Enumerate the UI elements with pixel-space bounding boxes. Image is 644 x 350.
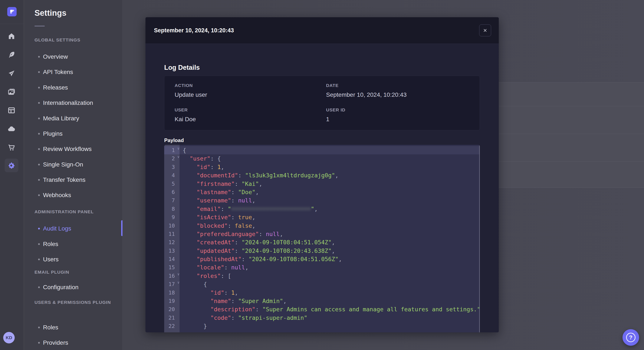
code-token: , bbox=[280, 231, 283, 237]
code-text: "id": 1, bbox=[180, 163, 224, 171]
code-token: , bbox=[335, 172, 338, 178]
sidebar-item-review-workflows[interactable]: Review Workflows bbox=[24, 146, 123, 153]
code-token: "publishedAt" bbox=[196, 256, 242, 262]
code-token: : bbox=[231, 189, 238, 195]
sidebar-item-transfer-tokens[interactable]: Transfer Tokens bbox=[24, 176, 123, 183]
nav-section-header-global-settings: GLOBAL SETTINGS bbox=[34, 37, 80, 42]
line-number-text: 8 bbox=[172, 206, 175, 212]
code-token: } bbox=[183, 323, 207, 329]
cloud-button[interactable] bbox=[5, 122, 18, 136]
bullet-icon bbox=[38, 133, 40, 135]
sidebar-item-media-library[interactable]: Media Library bbox=[24, 115, 123, 122]
user-avatar[interactable]: KD bbox=[3, 332, 15, 344]
line-number: 15 bbox=[164, 263, 180, 272]
code-token: : bbox=[231, 315, 238, 321]
code-token: , bbox=[221, 164, 224, 170]
line-number: 9 bbox=[164, 213, 180, 221]
sidebar-item-audit-logs[interactable]: Audit Logs bbox=[24, 225, 123, 232]
code-token: : bbox=[235, 239, 242, 246]
sidebar-item-api-tokens[interactable]: API Tokens bbox=[24, 69, 123, 75]
sidebar-item-configuration[interactable]: Configuration bbox=[24, 284, 123, 291]
sidebar-item-label: Roles bbox=[43, 241, 58, 247]
code-token bbox=[183, 315, 210, 321]
code-text: "id": 1, bbox=[180, 289, 238, 297]
fold-chevron-icon[interactable]: ∨ bbox=[178, 281, 180, 284]
line-number-text: 12 bbox=[168, 239, 175, 245]
code-text: "firstname": "Kai", bbox=[180, 180, 262, 188]
sidebar-item-roles[interactable]: Roles bbox=[24, 241, 123, 247]
line-number: 20 bbox=[164, 305, 180, 313]
code-text: "createdAt": "2024-09-10T08:04:51.054Z", bbox=[180, 238, 335, 246]
fold-chevron-icon[interactable]: ∨ bbox=[178, 272, 180, 276]
fold-chevron-icon[interactable]: ∨ bbox=[178, 155, 180, 159]
sidebar-item-single-sign-on[interactable]: Single Sign-On bbox=[24, 161, 123, 168]
sidebar-item-users[interactable]: Users bbox=[24, 256, 123, 263]
media-library-button[interactable] bbox=[5, 85, 18, 99]
sidebar-item-plugins[interactable]: Plugins bbox=[24, 130, 123, 137]
code-token bbox=[183, 298, 210, 304]
code-token: , bbox=[283, 298, 286, 304]
code-token: "preferedLanguage" bbox=[196, 231, 259, 237]
field-user: USER Kai Doe bbox=[175, 107, 196, 123]
sidebar-item-label: Plugins bbox=[43, 130, 62, 137]
code-line-9: 9 "isActive": true, bbox=[164, 213, 480, 221]
code-token bbox=[183, 222, 196, 229]
code-token: "2024-09-10T08:04:51.056Z" bbox=[248, 256, 338, 262]
code-token: : bbox=[231, 298, 238, 304]
code-token: : bbox=[231, 214, 238, 220]
code-text: "name": "Super Admin", bbox=[180, 297, 287, 305]
sidebar-item-roles[interactable]: Roles bbox=[24, 324, 123, 331]
code-line-6: 6 "lastname": "Doe", bbox=[164, 188, 480, 196]
rail-divider bbox=[0, 24, 24, 24]
code-token: "Super Admins can access and manage all … bbox=[262, 306, 480, 313]
settings-button[interactable] bbox=[5, 159, 18, 172]
payload-editor[interactable]: 1∨{2∨ "user": {3 "id": 1,4 "documentId":… bbox=[164, 145, 480, 332]
code-line-11: 11 "preferedLanguage": null, bbox=[164, 230, 480, 238]
code-line-3: 3 "id": 1, bbox=[164, 163, 480, 171]
sidebar-item-providers[interactable]: Providers bbox=[24, 339, 123, 346]
strapi-logo[interactable] bbox=[7, 7, 16, 16]
sidebar-item-overview[interactable]: Overview bbox=[24, 53, 123, 60]
code-token: , bbox=[314, 206, 318, 212]
sidebar-item-label: Configuration bbox=[43, 284, 78, 291]
marketplace-button[interactable] bbox=[5, 141, 18, 154]
sidebar-item-webhooks[interactable]: Webhooks bbox=[24, 192, 123, 199]
sidebar-item-label: Transfer Tokens bbox=[43, 176, 86, 183]
line-number: 21 bbox=[164, 314, 180, 322]
help-button[interactable]: ? bbox=[622, 329, 639, 346]
deploy-button[interactable] bbox=[5, 67, 18, 80]
code-text: "user": { bbox=[180, 154, 221, 163]
code-token: null bbox=[238, 197, 252, 204]
code-token: 1 bbox=[231, 289, 235, 296]
sidebar-item-label: Overview bbox=[43, 53, 68, 60]
code-token: null bbox=[266, 231, 280, 237]
code-token: : bbox=[255, 306, 262, 313]
line-number-text: 11 bbox=[168, 231, 175, 237]
icon-rail: KD bbox=[0, 0, 24, 350]
code-token: : bbox=[235, 180, 242, 187]
bullet-icon bbox=[38, 342, 40, 344]
code-token: : bbox=[228, 222, 235, 229]
fold-chevron-icon[interactable]: ∨ bbox=[178, 147, 180, 150]
code-text: "isActive": true, bbox=[180, 213, 255, 221]
content-manager-button[interactable] bbox=[5, 104, 18, 117]
code-text: "description": "Super Admins can access … bbox=[180, 305, 480, 313]
line-number-text: 5 bbox=[172, 181, 175, 187]
line-number-text: 1 bbox=[172, 147, 175, 153]
code-token: { bbox=[183, 147, 186, 154]
sidebar-item-internationalization[interactable]: Internationalization bbox=[24, 100, 123, 106]
code-token bbox=[183, 306, 210, 313]
code-token bbox=[183, 155, 190, 162]
sidebar-item-label: API Tokens bbox=[43, 69, 73, 75]
editor-scrollbar[interactable] bbox=[479, 145, 480, 332]
code-token bbox=[183, 214, 196, 220]
content-builder-button[interactable] bbox=[5, 48, 18, 61]
sidebar-item-releases[interactable]: Releases bbox=[24, 84, 123, 91]
code-token: : bbox=[242, 256, 248, 262]
code-token: "id" bbox=[210, 289, 224, 296]
home-button[interactable] bbox=[5, 29, 18, 43]
code-line-19: 19 "name": "Super Admin", bbox=[164, 297, 480, 305]
line-number-text: 18 bbox=[168, 290, 175, 296]
log-details-heading: Log Details bbox=[164, 64, 200, 71]
close-button[interactable] bbox=[479, 24, 491, 36]
